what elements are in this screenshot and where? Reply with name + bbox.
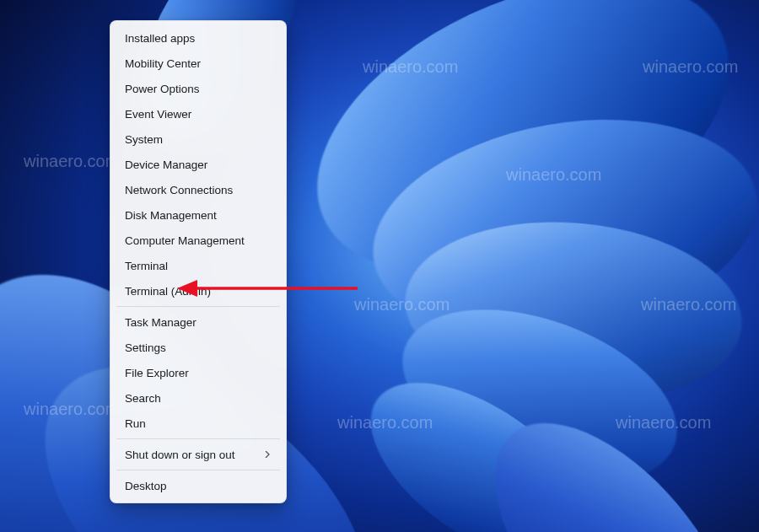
- menu-item-terminal-admin[interactable]: Terminal (Admin): [115, 278, 282, 304]
- menu-item-event-viewer[interactable]: Event Viewer: [115, 101, 282, 126]
- menu-item-network-connections[interactable]: Network Connections: [115, 177, 282, 202]
- menu-item-shut-down[interactable]: Shut down or sign out: [115, 442, 282, 467]
- menu-item-mobility-center[interactable]: Mobility Center: [115, 51, 282, 76]
- menu-item-installed-apps[interactable]: Installed apps: [115, 25, 282, 51]
- menu-item-terminal[interactable]: Terminal: [115, 253, 282, 278]
- menu-item-label: Network Connections: [125, 184, 233, 196]
- menu-item-label: Settings: [125, 341, 166, 354]
- menu-item-device-manager[interactable]: Device Manager: [115, 152, 282, 177]
- menu-item-label: Device Manager: [125, 159, 207, 171]
- winx-context-menu[interactable]: Installed appsMobility CenterPower Optio…: [110, 20, 287, 503]
- menu-item-label: Disk Management: [125, 209, 217, 222]
- menu-item-label: Search: [125, 392, 161, 405]
- menu-item-label: System: [125, 133, 163, 146]
- menu-item-label: Installed apps: [125, 32, 195, 45]
- menu-item-power-options[interactable]: Power Options: [115, 76, 282, 101]
- menu-item-label: Shut down or sign out: [125, 449, 235, 461]
- menu-separator: [116, 306, 280, 307]
- menu-item-label: File Explorer: [125, 367, 189, 379]
- menu-item-settings[interactable]: Settings: [115, 335, 282, 360]
- menu-item-label: Terminal (Admin): [125, 285, 211, 298]
- menu-item-label: Mobility Center: [125, 57, 201, 70]
- menu-item-label: Computer Management: [125, 234, 245, 247]
- menu-item-computer-management[interactable]: Computer Management: [115, 228, 282, 253]
- menu-item-label: Run: [125, 417, 146, 430]
- menu-item-file-explorer[interactable]: File Explorer: [115, 360, 282, 385]
- menu-item-label: Terminal: [125, 260, 168, 272]
- menu-item-search[interactable]: Search: [115, 385, 282, 411]
- menu-item-desktop[interactable]: Desktop: [115, 473, 282, 498]
- menu-item-task-manager[interactable]: Task Manager: [115, 309, 282, 335]
- menu-item-label: Event Viewer: [125, 108, 191, 121]
- menu-item-label: Task Manager: [125, 316, 196, 329]
- menu-item-label: Desktop: [125, 480, 167, 492]
- menu-item-disk-management[interactable]: Disk Management: [115, 202, 282, 228]
- menu-item-label: Power Options: [125, 83, 200, 95]
- menu-separator: [116, 438, 280, 439]
- menu-item-system[interactable]: System: [115, 126, 282, 152]
- menu-item-run[interactable]: Run: [115, 411, 282, 436]
- chevron-right-icon: [263, 450, 272, 459]
- menu-separator: [116, 470, 280, 470]
